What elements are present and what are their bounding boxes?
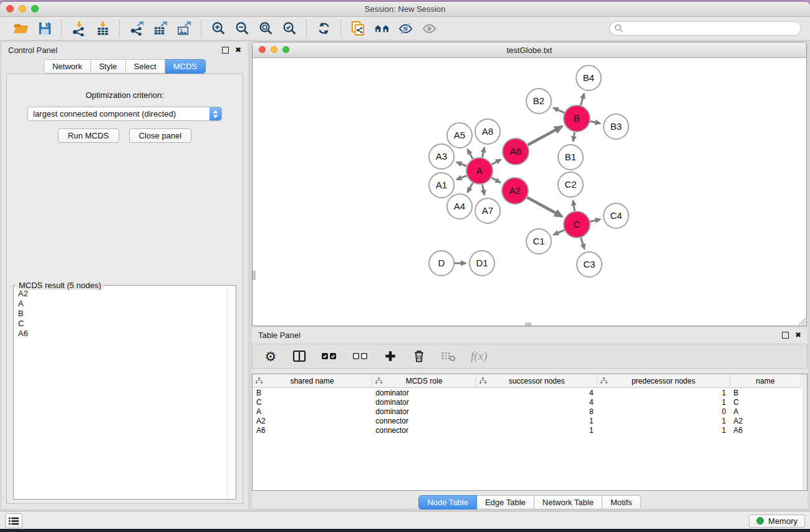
task-history-button[interactable] [5, 513, 22, 528]
mcds-result-list[interactable]: A2ABCA6 [14, 286, 228, 498]
main-area: Control Panel ✖ NetworkStyleSelectMCDS O… [0, 41, 810, 511]
graph-node-label-A2: A2 [509, 185, 521, 196]
close-table-panel-icon[interactable]: ✖ [795, 331, 801, 339]
tab-network-table[interactable]: Network Table [534, 495, 602, 510]
column-header-predecessor-nodes[interactable]: predecessor nodes [597, 374, 730, 388]
horizontal-scroll-thumb[interactable] [525, 322, 531, 326]
table-settings-gear-icon[interactable]: ⚙ [264, 349, 277, 364]
graph-edge-A-A7[interactable] [482, 185, 484, 195]
hide-selected-icon[interactable] [396, 19, 415, 38]
refresh-view-icon[interactable] [314, 19, 333, 38]
open-session-icon[interactable] [11, 19, 30, 38]
tab-select[interactable]: Select [126, 59, 165, 74]
table-scrollbar[interactable] [803, 374, 807, 490]
create-column-plus-icon[interactable] [383, 349, 397, 364]
mcds-result-item[interactable]: A6 [18, 329, 224, 339]
close-window-button[interactable] [6, 5, 14, 12]
table-row[interactable]: A2connector11A2 [253, 416, 801, 425]
graph-edge-B-B3[interactable] [591, 121, 600, 123]
export-image-icon[interactable] [175, 19, 193, 38]
zoom-fit-icon[interactable] [256, 19, 275, 38]
import-network-icon[interactable] [69, 19, 88, 38]
copy-network-from-selection-icon[interactable] [349, 19, 367, 38]
zoom-out-icon[interactable] [233, 19, 251, 38]
table-body: Bdominator41BCdominator41CAdominator80AA… [253, 388, 801, 435]
graph-edge-A-A8[interactable] [482, 147, 484, 157]
float-table-panel-icon[interactable] [782, 332, 789, 339]
delete-column-trash-icon[interactable] [412, 349, 426, 364]
import-table-icon[interactable] [93, 19, 112, 38]
memory-label: Memory [768, 516, 798, 526]
graph-edge-A-A2[interactable] [491, 178, 500, 183]
tab-node-table[interactable]: Node Table [418, 495, 477, 510]
mcds-result-item[interactable]: A2 [18, 289, 224, 299]
mcds-result-item[interactable]: C [18, 319, 224, 329]
graph-edge-C-C1[interactable] [554, 230, 564, 235]
graph-edge-A-A5[interactable] [468, 150, 473, 159]
close-panel-button[interactable]: Close panel [129, 128, 192, 143]
export-network-icon[interactable] [127, 19, 146, 38]
mcds-result-box: MCDS result (5 nodes) A2ABCA6 [13, 285, 236, 500]
run-mcds-button[interactable]: Run MCDS [58, 128, 119, 143]
graph-edge-C-C4[interactable] [590, 220, 600, 222]
memory-button[interactable]: Memory [749, 515, 805, 528]
vertical-scroll-thumb[interactable] [253, 271, 256, 280]
tab-edge-table[interactable]: Edge Table [477, 495, 534, 510]
table-row[interactable]: Bdominator41B [253, 388, 801, 398]
minimize-window-button[interactable] [19, 5, 26, 12]
show-columns-icon[interactable] [292, 349, 306, 364]
graph-edge-A-A6[interactable] [491, 160, 501, 165]
zoom-window-button[interactable] [31, 5, 39, 12]
table-row[interactable]: A6connector11A6 [253, 425, 801, 435]
graph-edge-A-A4[interactable] [468, 183, 473, 192]
result-scrollbar[interactable] [227, 286, 235, 498]
search-input[interactable] [626, 24, 796, 34]
graph-edge-A-A3[interactable] [456, 162, 466, 166]
deselect-all-icon[interactable] [352, 349, 369, 364]
tab-mcds[interactable]: MCDS [165, 59, 206, 74]
table-row[interactable]: Cdominator41C [253, 397, 801, 407]
table-header-row[interactable]: shared nameMCDS rolesuccessor nodesprede… [253, 374, 801, 388]
graph-edge-C-C3[interactable] [581, 238, 585, 249]
search-field[interactable] [609, 21, 801, 36]
column-header-successor-nodes[interactable]: successor nodes [476, 374, 597, 388]
mcds-result-item[interactable]: A [18, 299, 224, 309]
zoom-in-icon[interactable] [209, 19, 228, 38]
export-table-icon[interactable] [151, 19, 170, 38]
minimize-network-button[interactable] [271, 46, 277, 53]
graph-edge-B-B4[interactable] [581, 94, 584, 105]
graph-edge-B-B2[interactable] [554, 108, 564, 113]
graph-edge-A-A1[interactable] [456, 176, 466, 180]
tab-network[interactable]: Network [44, 59, 91, 74]
column-header-name[interactable]: name [730, 374, 801, 388]
tab-style[interactable]: Style [91, 59, 126, 74]
close-network-button[interactable] [259, 46, 266, 53]
graph-node-label-B2: B2 [533, 95, 544, 106]
status-bar: Memory [0, 511, 810, 529]
network-window-titlebar: testGlobe.txt [253, 42, 806, 58]
first-neighbors-icon[interactable] [372, 19, 391, 38]
column-header-MCDS-role[interactable]: MCDS role [372, 374, 476, 388]
network-canvas[interactable]: B4B2BB3A8A5A6A3B1AA1C2A2A4A7C4CC1C3DD1 [253, 58, 806, 326]
mcds-result-item[interactable]: B [18, 309, 224, 319]
network-window-controls [259, 46, 289, 53]
float-panel-icon[interactable] [222, 47, 229, 54]
column-header-shared-name[interactable]: shared name [253, 374, 372, 388]
tab-motifs[interactable]: Motifs [602, 495, 641, 510]
close-panel-icon[interactable]: ✖ [235, 46, 241, 54]
zoom-network-button[interactable] [282, 46, 289, 53]
graph-node-label-A7: A7 [482, 205, 493, 216]
graph-edge-B-B1[interactable] [573, 132, 574, 142]
resize-grip[interactable] [798, 317, 806, 325]
graph-node-label-A6: A6 [510, 146, 521, 157]
graph-node-label-C1: C1 [533, 236, 544, 246]
table-row[interactable]: Adominator80A [253, 407, 801, 416]
zoom-selected-icon[interactable] [280, 19, 299, 38]
graph-edge-C-C2[interactable] [573, 201, 575, 211]
graph-node-label-C3: C3 [583, 259, 595, 269]
save-session-icon[interactable] [35, 19, 54, 38]
criterion-select[interactable]: largest connected component (directed) [27, 107, 222, 121]
select-all-icon[interactable] [321, 349, 337, 364]
graph-edge-A2-C[interactable] [527, 198, 562, 217]
graph-edge-A6-B[interactable] [528, 127, 562, 145]
